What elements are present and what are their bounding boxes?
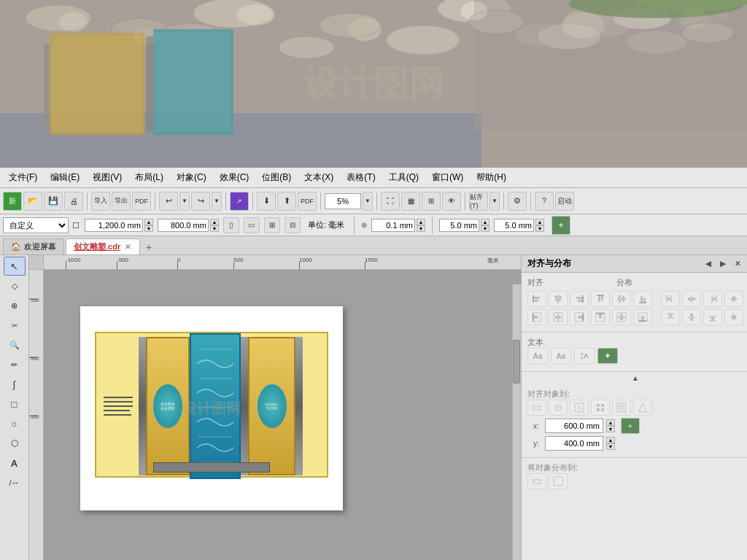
snap-dropdown[interactable]: ▼: [489, 192, 500, 211]
panel-arrow-right[interactable]: ▶: [717, 258, 729, 270]
save-button[interactable]: 💾: [44, 192, 63, 211]
text-tool[interactable]: A: [4, 454, 26, 472]
expand-arrow[interactable]: ▲: [632, 374, 639, 382]
dist-top-btn[interactable]: [661, 309, 680, 325]
zoom-tool[interactable]: 🔍: [4, 335, 26, 354]
height-up[interactable]: ▲: [210, 219, 219, 225]
add-btn[interactable]: +: [551, 216, 570, 235]
snap-button[interactable]: 贴齐(T): [469, 192, 488, 211]
align-top-btn[interactable]: [591, 291, 610, 307]
ellipse-tool[interactable]: ○: [4, 414, 26, 433]
print-button[interactable]: 🖨: [64, 192, 83, 211]
polygon-tool[interactable]: ⬡: [4, 434, 26, 453]
nudge-x-up[interactable]: ▲: [481, 219, 489, 225]
align-to-left-edge-btn[interactable]: [527, 309, 546, 325]
x-input[interactable]: 600.0 mm: [545, 419, 603, 433]
align-to-btn-6[interactable]: [633, 400, 652, 416]
x-down[interactable]: ▼: [606, 426, 615, 432]
start-button[interactable]: 启动: [555, 192, 574, 211]
select-tool[interactable]: ↖: [4, 257, 26, 276]
full-screen-button[interactable]: ⛶: [381, 192, 400, 211]
text-add-btn[interactable]: +: [597, 348, 618, 364]
nudge-x-spinner[interactable]: ▲ ▼: [481, 219, 489, 232]
landscape-button[interactable]: ▭: [244, 217, 260, 233]
dist-left-btn[interactable]: [661, 291, 680, 307]
dist-right-btn[interactable]: [703, 291, 722, 307]
width-spinner[interactable]: ▲ ▼: [144, 219, 153, 232]
tab-close-button[interactable]: ✕: [123, 243, 132, 251]
align-center-h-btn[interactable]: [549, 291, 568, 307]
freehand-tool[interactable]: ✏: [4, 355, 26, 374]
align-center-v-btn[interactable]: [612, 291, 631, 307]
y-up[interactable]: ▲: [606, 437, 615, 443]
nudge-down[interactable]: ▼: [417, 225, 425, 232]
view-mode-button[interactable]: ▦: [401, 192, 420, 211]
nudge-up[interactable]: ▲: [417, 219, 425, 225]
height-input[interactable]: 800.0 mm: [158, 219, 209, 232]
dist-spacing-v-btn[interactable]: [724, 309, 743, 325]
width-up[interactable]: ▲: [144, 219, 153, 225]
menu-tools[interactable]: 工具(Q): [383, 170, 425, 185]
view-mode2-button[interactable]: ⊞: [422, 192, 441, 211]
align-to-top-edge-btn[interactable]: [591, 309, 610, 325]
transform-tool[interactable]: ⊕: [4, 296, 26, 315]
import-button[interactable]: 导入: [91, 192, 110, 211]
portrait-button[interactable]: ▯: [223, 217, 239, 233]
redo-dropdown[interactable]: ▼: [212, 192, 222, 211]
smart-fill-button[interactable]: ↗: [230, 192, 249, 211]
panel-close-button[interactable]: ✕: [732, 258, 743, 270]
canvas-viewport[interactable]: 设计图网: [44, 270, 521, 560]
nudge-spinner[interactable]: ▲ ▼: [417, 219, 425, 232]
nudge-x-input[interactable]: [439, 219, 479, 232]
align-center-page-v-btn[interactable]: [612, 309, 631, 325]
width-down[interactable]: ▼: [144, 225, 153, 232]
align-to-btn-4[interactable]: [591, 400, 610, 416]
page-canvas[interactable]: 设计图网: [80, 306, 343, 510]
y-spinner[interactable]: ▲ ▼: [606, 437, 615, 450]
preset-select[interactable]: 自定义: [3, 217, 69, 233]
align-to-btn-2[interactable]: [549, 400, 568, 416]
align-to-btn-3[interactable]: [570, 400, 589, 416]
menu-bitmap[interactable]: 位图(B): [256, 170, 297, 185]
undo-button[interactable]: ↩: [159, 192, 178, 211]
menu-edit[interactable]: 编辑(E): [44, 170, 85, 185]
rect-tool[interactable]: □: [4, 394, 26, 413]
move-up-button[interactable]: ⬆: [277, 192, 296, 211]
menu-file[interactable]: 文件(F): [3, 170, 43, 185]
nudge-input[interactable]: [371, 219, 415, 232]
dist-to-btn-2[interactable]: [549, 473, 568, 489]
x-apply-btn[interactable]: +: [621, 418, 640, 434]
zoom-dropdown[interactable]: ▼: [363, 192, 373, 211]
menu-object[interactable]: 对象(C): [171, 170, 212, 185]
view-mode3-button[interactable]: 👁: [442, 192, 461, 211]
canvas-area[interactable]: -1000 -500 0 500 1000 1500 毫米: [29, 255, 521, 560]
x-spinner[interactable]: ▲ ▼: [606, 419, 615, 432]
align-bottom-btn[interactable]: [633, 291, 652, 307]
crop-tool[interactable]: ✂: [4, 316, 26, 335]
height-down[interactable]: ▼: [210, 225, 219, 232]
align-to-bottom-edge-btn[interactable]: [633, 309, 652, 325]
align-center-page-h-btn[interactable]: [549, 309, 568, 325]
nudge-y-input[interactable]: [494, 219, 534, 232]
dist-spacing-h-btn[interactable]: [724, 291, 743, 307]
smart-draw-tool[interactable]: ∫: [4, 375, 26, 394]
redo-button[interactable]: ↪: [191, 192, 210, 211]
align-to-right-edge-btn[interactable]: [570, 309, 589, 325]
align-to-btn-1[interactable]: [527, 400, 546, 416]
panel-arrow-left[interactable]: ◀: [703, 258, 714, 270]
vertical-scrollbar[interactable]: [512, 284, 521, 560]
settings-button[interactable]: ⚙: [508, 192, 527, 211]
open-button[interactable]: 📂: [23, 192, 42, 211]
help-button[interactable]: ?: [535, 192, 554, 211]
align-left-btn[interactable]: [527, 291, 546, 307]
tab-add-button[interactable]: +: [142, 240, 156, 254]
menu-text[interactable]: 文本(X): [298, 170, 339, 185]
menu-effects[interactable]: 效果(C): [214, 170, 255, 185]
height-spinner[interactable]: ▲ ▼: [210, 219, 219, 232]
publish-pdf-button[interactable]: PDF: [132, 192, 151, 211]
align-right-btn[interactable]: [570, 291, 589, 307]
page-options-button[interactable]: ⊞: [264, 217, 280, 233]
menu-window[interactable]: 窗口(W): [426, 170, 469, 185]
dist-bottom-btn[interactable]: [703, 309, 722, 325]
menu-help[interactable]: 帮助(H): [471, 170, 512, 185]
